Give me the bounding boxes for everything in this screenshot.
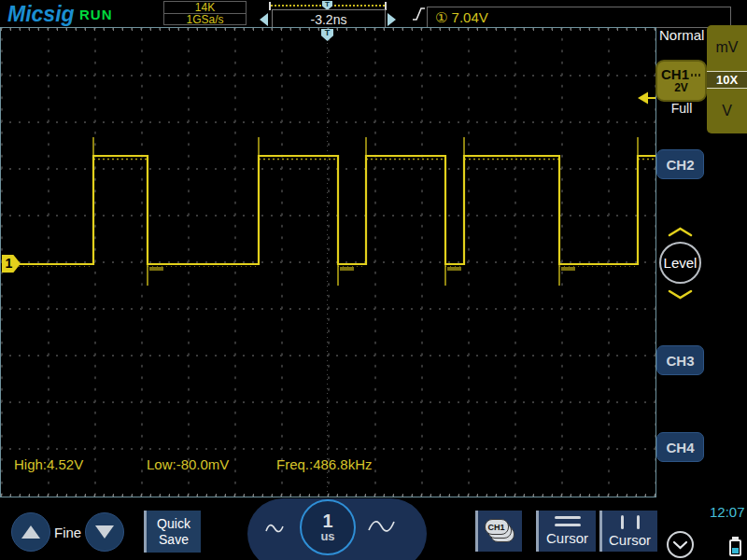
trigger-position-readout[interactable]: -3.2ns: [272, 9, 386, 29]
acquisition-box[interactable]: 14K 1GSa/s: [163, 1, 247, 25]
horizontal-cursor-label: Cursor: [546, 530, 588, 546]
collapse-menu-button[interactable]: [667, 531, 694, 558]
ch1-scale: 2V: [674, 82, 688, 94]
run-status: RUN: [79, 7, 113, 22]
ch1-button[interactable]: CH1 2V: [655, 60, 707, 102]
ch3-button[interactable]: CH3: [656, 345, 704, 375]
fine-down-button[interactable]: [85, 512, 124, 552]
fine-label: Fine: [54, 525, 81, 540]
level-down-chevron-icon[interactable]: [668, 289, 693, 300]
vertical-cursor-icon: [621, 515, 640, 529]
graticule: [1, 28, 655, 497]
ch4-button[interactable]: CH4: [656, 432, 704, 462]
fine-up-button[interactable]: [11, 512, 50, 552]
vertical-cursor-label: Cursor: [609, 532, 651, 548]
timebase-value: 1: [322, 512, 332, 530]
probe-ratio-badge[interactable]: 10X: [707, 71, 747, 89]
measure-low: Low:-80.0mV: [147, 456, 229, 472]
vertical-unit-column: mV 10X V: [707, 25, 747, 133]
v-button[interactable]: V: [707, 89, 747, 134]
vertical-cursor-button[interactable]: Cursor: [599, 511, 657, 552]
horizontal-cursor-button[interactable]: Cursor: [536, 511, 596, 552]
trigger-level-readout[interactable]: ① 7.04V: [427, 7, 731, 28]
brand-logo: Micsig: [7, 2, 75, 27]
active-channel-button[interactable]: CH1: [475, 511, 522, 552]
timebase-zoom-out-icon[interactable]: [264, 518, 285, 540]
ch1-bandwidth: Full: [658, 101, 705, 116]
ch2-button[interactable]: CH2: [656, 149, 704, 179]
timebase-zoom-in-icon[interactable]: [367, 514, 396, 540]
measure-high: High:4.52V: [14, 456, 83, 472]
clock: 12:07: [710, 504, 745, 520]
ch1-trace-style-icon: [691, 74, 701, 77]
up-arrow-icon: [21, 525, 40, 539]
quick-save-line1: Quick: [157, 516, 190, 532]
down-arrow-icon: [95, 525, 114, 539]
quick-save-line2: Save: [159, 532, 189, 548]
trigger-mode-label: Normal: [659, 27, 704, 43]
quick-save-button[interactable]: Quick Save: [144, 511, 201, 553]
chevron-down-icon: [672, 540, 688, 550]
channel-stack-icon: CH1: [485, 519, 516, 543]
graticule-ticks-bottom: [1, 494, 655, 497]
sample-rate: 1GSa/s: [164, 14, 246, 25]
ch1-label: CH1: [661, 67, 689, 82]
oscilloscope-screen: Micsig RUN 14K 1GSa/s T -3.2ns ① 7.04V T…: [0, 0, 747, 560]
trigger-position-line: [327, 29, 328, 496]
level-knob[interactable]: Level: [659, 242, 701, 284]
horizontal-cursor-icon: [555, 516, 581, 526]
battery-icon: [729, 539, 741, 556]
trigger-slope-icon[interactable]: [412, 7, 426, 22]
pan-left-arrow-icon[interactable]: [260, 13, 268, 26]
timebase-unit: us: [320, 530, 334, 542]
timebase-readout[interactable]: 1 us: [300, 499, 356, 555]
level-up-chevron-icon[interactable]: [668, 227, 693, 237]
measure-freq: Freq.:486.8kHz: [276, 456, 373, 472]
channel-stack-label: CH1: [485, 519, 509, 535]
mv-button[interactable]: mV: [707, 25, 747, 71]
pan-right-arrow-icon[interactable]: [388, 13, 396, 26]
